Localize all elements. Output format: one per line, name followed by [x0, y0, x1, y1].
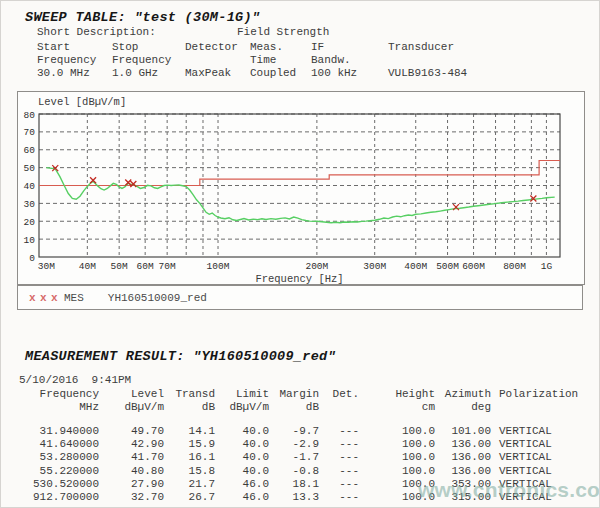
cell: Height — [359, 388, 435, 401]
cell: VERTICAL — [491, 451, 589, 464]
cell: dBµV/m — [215, 401, 269, 414]
table-header-row: FrequencyLevelTransdLimitMarginDet.Heigh… — [19, 388, 589, 401]
cell: -9.7 — [269, 425, 319, 438]
sweep-label: Stop — [112, 41, 185, 54]
cell: VERTICAL — [491, 465, 589, 478]
x-tick-label: 300M — [363, 261, 386, 272]
cell: 46.0 — [215, 478, 269, 491]
sweep-label — [185, 54, 250, 67]
cell: 15.8 — [164, 465, 215, 478]
cell: Transd — [164, 388, 215, 401]
x-tick-label: 1G — [541, 261, 553, 272]
chart-xlabel: Frequency [Hz] — [255, 273, 343, 284]
cell: 100.0 — [359, 465, 435, 478]
cell: cm — [359, 401, 435, 414]
short-description-label: Short Description: — [37, 26, 156, 38]
cell: 49.70 — [99, 425, 164, 438]
x-tick-label: 800M — [503, 261, 526, 272]
cell: 16.1 — [164, 451, 215, 464]
cell: 53.280000 — [19, 451, 99, 464]
table-header-units-row: MHzdBµV/mdBdBµV/mdBcmdeg — [19, 401, 589, 414]
x-tick-label: 60M — [137, 261, 154, 272]
sweep-label — [388, 54, 518, 67]
x-tick-label: 100M — [207, 261, 230, 272]
y-tick-label: 0 — [29, 253, 35, 264]
cell: dB — [164, 401, 215, 414]
cell: 136.00 — [435, 465, 491, 478]
sweep-value: 1.0 GHz — [112, 67, 185, 80]
cell: Det. — [319, 388, 359, 401]
cell: --- — [319, 465, 359, 478]
cell — [319, 401, 359, 414]
sweep-column: Detector MaxPeak — [185, 41, 250, 80]
sweep-label: Frequency — [37, 54, 112, 67]
cell: 15.9 — [164, 438, 215, 451]
x-tick-label: 500M — [436, 261, 459, 272]
cell: 40.0 — [215, 465, 269, 478]
cell: 55.220000 — [19, 465, 99, 478]
sweep-label: IF — [311, 41, 388, 54]
cell: 18.1 — [269, 478, 319, 491]
chart-legend: x x x MES YH160510009_red — [17, 285, 583, 310]
cell: 40.80 — [99, 465, 164, 478]
x-tick-label: 70M — [159, 261, 176, 272]
cell: 136.00 — [435, 438, 491, 451]
cell — [491, 401, 589, 414]
measurement-datetime: 5/10/2016 9:41PM — [19, 374, 131, 386]
limit-line — [39, 161, 560, 186]
legend-trace-name: YH160510009_red — [108, 292, 207, 304]
table-row: 53.28000041.7016.140.0-1.7---100.0136.00… — [19, 451, 589, 464]
y-tick-label: 70 — [24, 127, 36, 138]
cell: 13.3 — [269, 491, 319, 504]
level-chart-svg: Level [dBµV/m]0102030405060708030M40M50M… — [18, 92, 584, 284]
cell: Azimuth — [435, 388, 491, 401]
x-tick-label: 40M — [79, 261, 96, 272]
cell: VERTICAL — [491, 438, 589, 451]
cell: 40.0 — [215, 425, 269, 438]
cell: 26.7 — [164, 491, 215, 504]
cell: 41.70 — [99, 451, 164, 464]
legend-mes-label: MES — [64, 292, 84, 304]
cell: --- — [319, 451, 359, 464]
level-chart: Level [dBµV/m]0102030405060708030M40M50M… — [17, 91, 585, 285]
cell: 100.0 — [359, 425, 435, 438]
cell: MHz — [19, 401, 99, 414]
cell: 101.00 — [435, 425, 491, 438]
cell: --- — [319, 438, 359, 451]
cell: Level — [99, 388, 164, 401]
cell: Polarization — [491, 388, 589, 401]
cell: -0.8 — [269, 465, 319, 478]
cell: 40.0 — [215, 451, 269, 464]
cell: dB — [269, 401, 319, 414]
x-tick-label: 600M — [462, 261, 485, 272]
sweep-value: 30.0 MHz — [37, 67, 112, 80]
y-tick-label: 10 — [24, 235, 36, 246]
cell: --- — [319, 478, 359, 491]
cell: 41.640000 — [19, 438, 99, 451]
sweep-value: VULB9163-484 — [388, 67, 518, 80]
short-description-value: Field Strength — [237, 26, 329, 38]
x-tick-label: 30M — [38, 261, 55, 272]
cell: Margin — [269, 388, 319, 401]
cell: 100.0 — [359, 438, 435, 451]
legend-marker-x-icon: x — [40, 292, 51, 304]
sweep-value: 100 kHz — [311, 67, 388, 80]
sweep-label: Frequency — [112, 54, 185, 67]
cell: 27.90 — [99, 478, 164, 491]
sweep-column: Transducer VULB9163-484 — [388, 41, 518, 80]
sweep-column: Meas.TimeCoupled — [250, 41, 311, 80]
emc-test-report: SWEEP TABLE: "test (30M-1G)" Short Descr… — [0, 0, 600, 508]
cell: --- — [319, 491, 359, 504]
x-tick-label: 50M — [111, 261, 128, 272]
cell: dBµV/m — [99, 401, 164, 414]
legend-marker-x-icon: x — [51, 292, 62, 304]
cell: 136.00 — [435, 451, 491, 464]
cell: 31.940000 — [19, 425, 99, 438]
cell: 530.520000 — [19, 478, 99, 491]
cell: --- — [319, 425, 359, 438]
measurement-result-title: MEASUREMENT RESULT: "YH160510009_red" — [25, 349, 336, 364]
y-tick-label: 60 — [24, 145, 36, 156]
cell: Limit — [215, 388, 269, 401]
table-row: 31.94000049.7014.140.0-9.7---100.0101.00… — [19, 425, 589, 438]
cell: 21.7 — [164, 478, 215, 491]
